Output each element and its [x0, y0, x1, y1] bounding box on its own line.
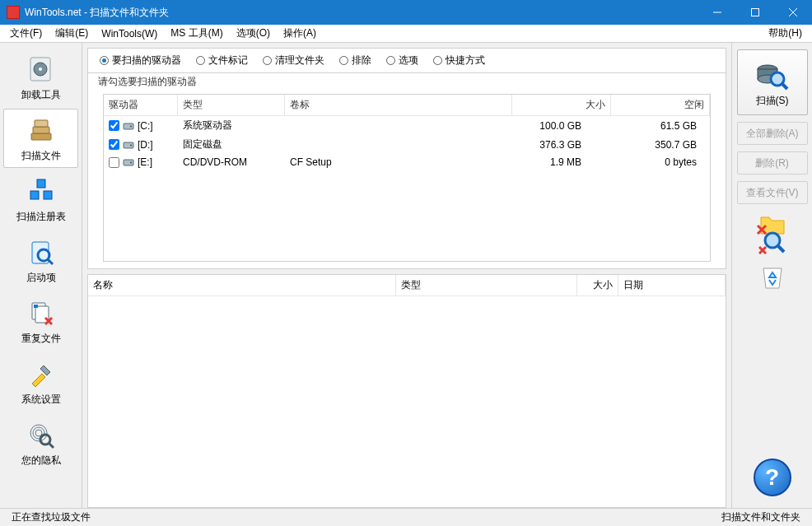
tab-options[interactable]: 选项 [380, 52, 425, 69]
result-table: 名称 类型 大小 日期 [87, 274, 726, 508]
disk-icon [123, 120, 134, 132]
drive-free: 350.7 GB [606, 139, 705, 151]
tab-shortcuts[interactable]: 快捷方式 [427, 52, 492, 69]
sidebar-item-uninstall[interactable]: 卸载工具 [3, 48, 78, 107]
menu-wintools[interactable]: WinTools(W) [95, 26, 164, 41]
tab-label: 文件标记 [208, 54, 248, 67]
tab-label: 排除 [352, 54, 371, 67]
table-row[interactable]: [D:]固定磁盘376.3 GB350.7 GB [104, 135, 710, 154]
svg-rect-8 [33, 127, 49, 133]
drive-group-label: 请勾选要扫描的驱动器 [95, 76, 200, 87]
sidebar-item-scanreg[interactable]: 扫描注册表 [3, 170, 78, 229]
svg-rect-9 [35, 120, 48, 127]
disk-magnifier-icon [754, 58, 791, 94]
svg-point-39 [765, 233, 780, 248]
table-row[interactable]: [C:]系统驱动器100.0 GB61.5 GB [104, 116, 710, 135]
magnifier-doc-icon [25, 236, 58, 269]
svg-rect-12 [44, 191, 52, 199]
svg-rect-10 [37, 179, 45, 188]
sidebar-item-startup[interactable]: 启动项 [3, 230, 78, 290]
tab-drives[interactable]: 要扫描的驱动器 [93, 52, 188, 69]
svg-line-36 [782, 84, 787, 89]
help-button[interactable]: ? [754, 459, 791, 496]
drive-groupbox: 请勾选要扫描的驱动器 驱动器 类型 卷标 大小 空闲 [C:]系统驱动器100.… [87, 73, 726, 269]
sidebar: 卸载工具 扫描文件 扫描注册表 启动项 重复文件 [0, 43, 82, 508]
menu-help[interactable]: 帮助(H) [762, 25, 809, 42]
right-panel: 扫描(S) 全部删除(A) 删除(R) 查看文件(V) ? [731, 43, 812, 508]
maximize-button[interactable] [736, 0, 774, 25]
svg-point-35 [771, 72, 784, 86]
menubar: 文件(F) 编辑(E) WinTools(W) MS 工具(M) 选项(O) 操… [0, 25, 812, 43]
drive-free: 61.5 GB [606, 120, 705, 132]
col-size[interactable]: 大小 [512, 95, 611, 115]
tab-label: 要扫描的驱动器 [112, 54, 181, 67]
sidebar-item-dupfiles[interactable]: 重复文件 [3, 291, 78, 351]
col-type[interactable]: 类型 [178, 95, 285, 115]
tab-cleanfolders[interactable]: 清理文件夹 [256, 52, 331, 69]
col-free[interactable]: 空闲 [611, 95, 710, 115]
sidebar-item-label: 扫描注册表 [16, 210, 66, 224]
svg-point-22 [33, 427, 44, 439]
drive-checkbox[interactable] [109, 139, 119, 150]
tab-exclude[interactable]: 排除 [333, 52, 378, 69]
delete-button[interactable]: 删除(R) [737, 151, 808, 175]
delete-all-button[interactable]: 全部删除(A) [737, 122, 808, 145]
tab-label: 清理文件夹 [275, 54, 324, 67]
svg-line-25 [49, 443, 54, 448]
minimize-button[interactable] [698, 0, 736, 25]
drive-table-header: 驱动器 类型 卷标 大小 空闲 [104, 95, 710, 116]
tab-row: 要扫描的驱动器 文件标记 清理文件夹 排除 选项 快捷方式 [87, 48, 726, 73]
button-label: 扫描(S) [756, 94, 789, 108]
col-type[interactable]: 类型 [396, 275, 577, 296]
status-left: 正在查找垃圾文件 [7, 510, 96, 524]
documents-x-icon [25, 297, 58, 330]
sidebar-item-sysopt[interactable]: 系统设置 [3, 352, 78, 412]
menu-actions[interactable]: 操作(A) [277, 25, 323, 42]
sidebar-item-scanfiles[interactable]: 扫描文件 [3, 109, 78, 168]
svg-point-27 [130, 125, 132, 127]
col-name[interactable]: 名称 [88, 275, 396, 296]
fingerprint-search-icon [25, 419, 58, 452]
col-label[interactable]: 卷标 [285, 95, 512, 115]
tab-filemask[interactable]: 文件标记 [189, 52, 254, 69]
menu-options[interactable]: 选项(O) [230, 25, 277, 42]
drive-checkbox[interactable] [109, 120, 119, 131]
disk-icon [123, 139, 134, 151]
result-table-body[interactable] [88, 296, 726, 507]
tools-icon [25, 358, 58, 391]
drive-size: 100.0 GB [507, 120, 606, 132]
status-right: 扫描文件和文件夹 [716, 510, 805, 524]
recycle-bin-icon[interactable] [760, 263, 785, 291]
menu-edit[interactable]: 编辑(E) [49, 25, 95, 42]
cubes-icon [25, 175, 58, 208]
menu-file[interactable]: 文件(F) [3, 25, 49, 42]
col-date[interactable]: 日期 [618, 275, 726, 296]
tab-label: 快捷方式 [446, 54, 485, 67]
view-file-button[interactable]: 查看文件(V) [737, 181, 808, 204]
table-row[interactable]: [E:]CD/DVD-ROMCF Setup1.9 MB0 bytes [104, 154, 710, 170]
svg-rect-11 [30, 191, 39, 199]
svg-point-31 [130, 162, 132, 164]
drive-free: 0 bytes [606, 156, 705, 168]
right-icon-group [756, 216, 789, 291]
drive-checkbox[interactable] [109, 157, 119, 168]
col-size[interactable]: 大小 [577, 275, 618, 296]
scan-button[interactable]: 扫描(S) [737, 49, 808, 115]
app-icon [7, 6, 20, 19]
menu-mstools[interactable]: MS 工具(M) [164, 25, 229, 42]
drive-table: 驱动器 类型 卷标 大小 空闲 [C:]系统驱动器100.0 GB61.5 GB… [103, 94, 711, 262]
button-label: 查看文件(V) [746, 186, 799, 200]
sidebar-item-label: 卸载工具 [21, 88, 61, 102]
folder-x-search-icon[interactable] [756, 216, 789, 255]
sidebar-item-label: 系统设置 [21, 393, 61, 407]
statusbar: 正在查找垃圾文件 扫描文件和文件夹 [0, 508, 812, 526]
drive-name: [E:] [138, 156, 152, 168]
col-drive[interactable]: 驱动器 [104, 95, 178, 115]
sidebar-item-label: 重复文件 [21, 332, 61, 346]
titlebar: WinTools.net - 扫描文件和文件夹 [0, 0, 812, 25]
svg-rect-30 [124, 160, 133, 165]
close-button[interactable] [774, 0, 812, 25]
button-label: 全部删除(A) [746, 127, 799, 141]
button-label: 删除(R) [755, 156, 789, 170]
sidebar-item-privacy[interactable]: 您的隐私 [3, 413, 78, 472]
